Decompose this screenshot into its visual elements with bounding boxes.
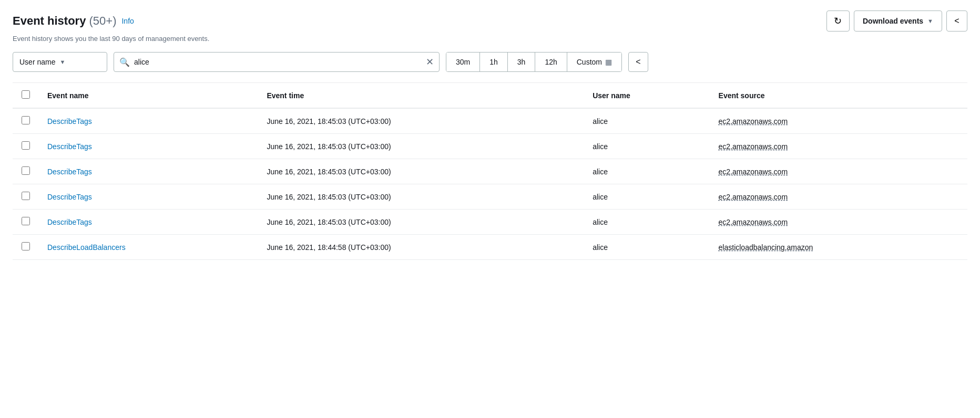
filter-dropdown[interactable]: User name ▼ (13, 52, 107, 72)
row-checkbox-0[interactable] (22, 116, 30, 124)
row-event-time: June 16, 2021, 18:45:03 (UTC+03:00) (258, 108, 584, 134)
row-event-source: elasticloadbalancing.amazon (710, 235, 967, 260)
row-user-name: alice (584, 134, 710, 159)
row-checkbox-3[interactable] (22, 192, 30, 200)
toolbar: User name ▼ 🔍 ✕ 30m 1h 3h 12h (13, 52, 967, 72)
row-event-source: ec2.amazonaws.com (710, 134, 967, 159)
row-checkbox-col (13, 108, 39, 134)
row-event-name: DescribeTags (39, 210, 258, 235)
row-event-source: ec2.amazonaws.com (710, 159, 967, 184)
row-event-name: DescribeTags (39, 108, 258, 134)
page-container: Event history (50+) Info ↻ Download even… (0, 0, 980, 418)
header-row: Event history (50+) Info ↻ Download even… (13, 11, 967, 32)
time-btn-12h[interactable]: 12h (535, 53, 567, 71)
row-event-time: June 16, 2021, 18:44:58 (UTC+03:00) (258, 235, 584, 260)
row-event-name: DescribeTags (39, 134, 258, 159)
row-event-source: ec2.amazonaws.com (710, 108, 967, 134)
event-name-link[interactable]: DescribeLoadBalancers (47, 243, 126, 252)
row-event-time: June 16, 2021, 18:45:03 (UTC+03:00) (258, 210, 584, 235)
time-range-selector: 30m 1h 3h 12h Custom ▦ (446, 52, 622, 72)
search-input[interactable] (134, 58, 422, 66)
subtitle: Event history shows you the last 90 days… (13, 35, 967, 43)
row-checkbox-col (13, 235, 39, 260)
col-event-name: Event name (39, 83, 258, 108)
table-container: Event name Event time User name Event so… (13, 82, 967, 260)
download-label: Download events (863, 17, 923, 25)
title-text: Event history (13, 14, 86, 27)
title-group: Event history (50+) Info (13, 14, 134, 28)
row-user-name: alice (584, 210, 710, 235)
row-user-name: alice (584, 159, 710, 184)
nav-arrow-icon: < (636, 57, 640, 67)
download-events-button[interactable]: Download events ▼ (854, 11, 942, 32)
event-name-link[interactable]: DescribeTags (47, 193, 92, 201)
row-user-name: alice (584, 184, 710, 210)
time-nav-back-button[interactable]: < (628, 52, 648, 72)
row-checkbox-4[interactable] (22, 217, 30, 225)
table-header-row: Event name Event time User name Event so… (13, 83, 967, 108)
row-checkbox-1[interactable] (22, 141, 30, 150)
event-name-link[interactable]: DescribeTags (47, 117, 92, 126)
row-event-time: June 16, 2021, 18:45:03 (UTC+03:00) (258, 184, 584, 210)
row-checkbox-col (13, 134, 39, 159)
row-event-time: June 16, 2021, 18:45:03 (UTC+03:00) (258, 134, 584, 159)
search-icon: 🔍 (119, 57, 130, 67)
table-row: DescribeTags June 16, 2021, 18:45:03 (UT… (13, 184, 967, 210)
refresh-button[interactable]: ↻ (826, 11, 850, 32)
row-checkbox-col (13, 184, 39, 210)
row-event-source: ec2.amazonaws.com (710, 210, 967, 235)
time-btn-3h[interactable]: 3h (508, 53, 536, 71)
refresh-icon: ↻ (834, 15, 842, 27)
filter-selected-value: User name (19, 58, 55, 66)
filter-dropdown-arrow: ▼ (59, 59, 65, 65)
select-all-checkbox[interactable] (22, 90, 30, 99)
row-user-name: alice (584, 235, 710, 260)
col-user-name: User name (584, 83, 710, 108)
row-user-name: alice (584, 108, 710, 134)
row-event-name: DescribeTags (39, 159, 258, 184)
header-actions: ↻ Download events ▼ < (826, 11, 967, 32)
row-checkbox-2[interactable] (22, 166, 30, 175)
more-icon: < (954, 16, 959, 26)
table-row: DescribeTags June 16, 2021, 18:45:03 (UT… (13, 159, 967, 184)
row-event-time: June 16, 2021, 18:45:03 (UTC+03:00) (258, 159, 584, 184)
custom-label: Custom (577, 58, 602, 66)
custom-grid-icon: ▦ (605, 58, 612, 66)
table-row: DescribeTags June 16, 2021, 18:45:03 (UT… (13, 108, 967, 134)
select-all-col (13, 83, 39, 108)
download-dropdown-arrow: ▼ (927, 18, 933, 24)
search-box: 🔍 ✕ (114, 52, 440, 72)
row-event-name: DescribeTags (39, 184, 258, 210)
row-checkbox-col (13, 210, 39, 235)
table-row: DescribeTags June 16, 2021, 18:45:03 (UT… (13, 134, 967, 159)
info-link[interactable]: Info (121, 17, 134, 25)
more-button[interactable]: < (946, 11, 967, 32)
time-btn-30m[interactable]: 30m (446, 53, 480, 71)
time-btn-custom[interactable]: Custom ▦ (567, 53, 621, 71)
time-btn-1h[interactable]: 1h (480, 53, 508, 71)
row-event-name: DescribeLoadBalancers (39, 235, 258, 260)
clear-icon: ✕ (426, 57, 434, 67)
event-name-link[interactable]: DescribeTags (47, 218, 92, 226)
row-checkbox-5[interactable] (22, 242, 30, 250)
clear-search-button[interactable]: ✕ (426, 57, 434, 67)
event-name-link[interactable]: DescribeTags (47, 142, 92, 151)
table-row: DescribeTags June 16, 2021, 18:45:03 (UT… (13, 210, 967, 235)
row-checkbox-col (13, 159, 39, 184)
page-title: Event history (50+) (13, 14, 116, 28)
event-count: (50+) (89, 14, 117, 27)
events-table: Event name Event time User name Event so… (13, 83, 967, 260)
col-event-time: Event time (258, 83, 584, 108)
col-event-source: Event source (710, 83, 967, 108)
event-name-link[interactable]: DescribeTags (47, 168, 92, 176)
table-row: DescribeLoadBalancers June 16, 2021, 18:… (13, 235, 967, 260)
row-event-source: ec2.amazonaws.com (710, 184, 967, 210)
